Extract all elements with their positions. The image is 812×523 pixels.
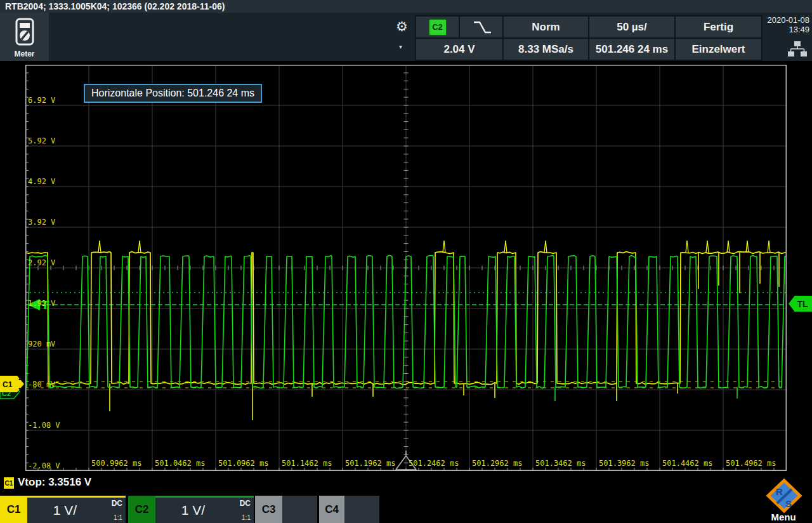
acquisition-mode-cell[interactable]: Einzelwert: [676, 39, 761, 60]
measurement-value: Vtop: 3.3516 V: [18, 476, 91, 489]
meter-button-label: Meter: [0, 50, 49, 58]
trigger-level-letter: T: [41, 298, 49, 312]
waveform-plot-area[interactable]: T Horizontale Position: 501.246 24 ms 6.…: [25, 65, 787, 471]
c2-scale-label: 1 V/: [155, 498, 231, 523]
waveform-svg: T: [25, 65, 787, 471]
channel-ground-markers[interactable]: C2 C1: [0, 374, 28, 404]
svg-text:S: S: [785, 498, 792, 509]
datetime-display: 2020-01-08 13:49: [730, 15, 809, 34]
timebase-label: 50 µs/: [617, 21, 647, 34]
channel-c1-tab[interactable]: C1: [0, 496, 27, 523]
c1-scale-label: 1 V/: [27, 498, 103, 523]
channel-c4-tab[interactable]: C4: [319, 496, 344, 523]
date-label: 2020-01-08: [730, 15, 809, 25]
sample-rate-cell[interactable]: 8.33 MSa/s: [504, 39, 588, 60]
c1-probe-label: 1:1: [114, 514, 122, 521]
trigger-mode-cell[interactable]: Norm: [504, 17, 588, 37]
channel-c4-panel[interactable]: [344, 496, 379, 523]
title-bar: RTB2004; 1333.1005K04; 102366 (02.202 20…: [0, 0, 812, 13]
channel-bar: C1 1 V/ DC 1:1 C2 1 V/ DC 1:1 C3 C4: [0, 496, 812, 523]
trigger-source-cell[interactable]: C2: [416, 17, 459, 37]
menu-button[interactable]: Menu: [763, 512, 804, 522]
horizontal-position-tooltip: Horizontale Position: 501.246 24 ms: [84, 84, 262, 103]
time-label: 13:49: [730, 25, 809, 34]
c1-coupling-label: DC: [112, 499, 122, 508]
chevron-down-icon[interactable]: ▾: [399, 43, 402, 50]
channel-c2-tab[interactable]: C2: [128, 496, 155, 523]
channel-c3-tab[interactable]: C3: [255, 496, 282, 523]
c2-probe-label: 1:1: [242, 514, 251, 521]
trigger-source-badge: C2: [429, 19, 447, 36]
trigger-mode-label: Norm: [532, 21, 560, 34]
acquisition-mode-label: Einzelwert: [691, 43, 745, 56]
rohde-schwarz-logo[interactable]: R S: [765, 479, 803, 513]
trigger-slope-cell[interactable]: [460, 17, 502, 37]
trigger-status-grid: C2 Norm 50 µs/ Fertig 2.04 V 8.33 MSa/s: [415, 15, 763, 61]
trigger-level-cell[interactable]: 2.04 V: [416, 39, 502, 60]
multimeter-icon: [15, 18, 34, 46]
svg-text:R: R: [776, 486, 783, 497]
horizontal-position-label: 501.246 24 ms: [596, 43, 668, 56]
measurement-bar: C1 Vtop: 3.3516 V: [0, 473, 812, 494]
channel-c1-panel[interactable]: 1 V/ DC 1:1: [27, 496, 126, 523]
channel-c3-panel[interactable]: [282, 496, 317, 523]
horizontal-position-cell[interactable]: 501.246 24 ms: [589, 39, 674, 60]
c2-coupling-label: DC: [240, 499, 251, 508]
oscilloscope-screen: RTB2004; 1333.1005K04; 102366 (02.202 20…: [0, 0, 812, 523]
channel-c2-panel[interactable]: 1 V/ DC 1:1: [155, 496, 254, 523]
device-id-text: RTB2004; 1333.1005K04; 102366 (02.202 20…: [5, 1, 225, 11]
settings-column: ⚙︎ ▾: [393, 13, 415, 61]
trigger-level-label: 2.04 V: [443, 43, 475, 56]
lan-network-icon: [788, 41, 807, 57]
display-area: T Horizontale Position: 501.246 24 ms 6.…: [0, 61, 812, 473]
measurement-source-badge: C1: [4, 477, 14, 489]
c1-ground-label: C1: [3, 380, 13, 389]
trigger-level-tag[interactable]: TL: [789, 296, 812, 312]
gear-icon[interactable]: ⚙︎: [396, 19, 408, 34]
sample-rate-label: 8.33 MSa/s: [518, 43, 573, 56]
timebase-cell[interactable]: 50 µs/: [589, 17, 674, 37]
header: Meter ⚙︎ ▾ C2 Norm 50 µs/ Fertig: [0, 13, 812, 61]
meter-button[interactable]: Meter: [0, 13, 49, 61]
falling-edge-icon: [471, 20, 492, 35]
